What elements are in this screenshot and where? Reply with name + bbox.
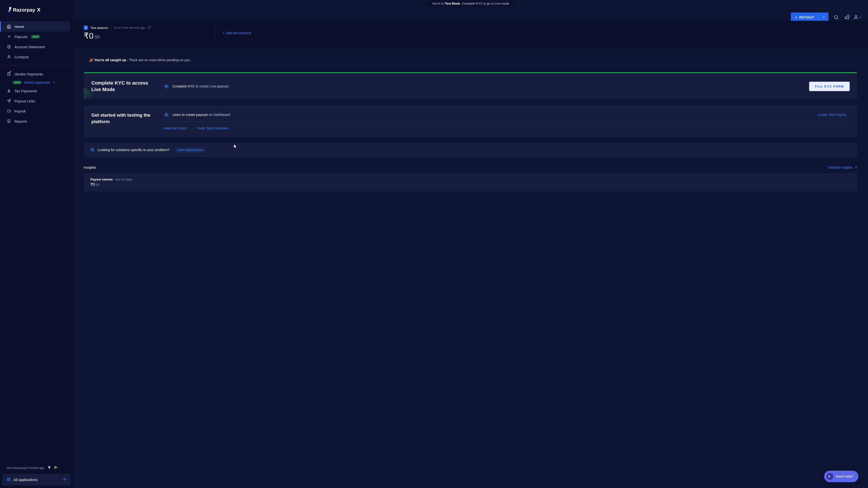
play-store-icon[interactable]	[54, 465, 58, 470]
payout-volume-card: Payout volume - last 30 days ₹0.00	[84, 173, 858, 192]
fill-kyc-button[interactable]: FILL KYC FORM	[809, 82, 850, 91]
banner-mode: Test Mode	[445, 2, 460, 5]
svg-rect-26	[91, 150, 92, 151]
x-badge-icon: X	[84, 26, 88, 30]
notice-bold: You're all caught up .	[94, 58, 128, 62]
volume-label: Payout volume	[90, 177, 113, 181]
svg-rect-27	[93, 150, 94, 151]
sidebar-item-label: Payouts	[14, 35, 28, 39]
refresh-button[interactable]	[148, 26, 151, 30]
notification-dot	[10, 71, 11, 72]
sidebar-item-payroll[interactable]: Payroll	[0, 106, 73, 116]
separator-dot: •	[111, 26, 112, 30]
svg-rect-25	[93, 148, 94, 150]
test-mode-banner: You're in Test Mode. Complete KYC to go …	[425, 1, 516, 6]
sidebar-item-label: Tax Payments	[14, 89, 37, 93]
arrow-right-icon	[62, 477, 66, 482]
sidebar-item-home[interactable]: Home	[0, 22, 70, 32]
svg-rect-19	[9, 480, 10, 481]
sidebar-item-tax-payments[interactable]: Tax Payments	[0, 86, 73, 96]
arrow-up-right-icon	[7, 34, 11, 39]
nav-divider	[0, 65, 73, 66]
start-row-bold: Learn to create payouts	[173, 113, 208, 117]
volume-amount: ₹0.00	[90, 182, 850, 187]
new-badge: NEW	[31, 35, 40, 38]
banner-prefix: You're in	[432, 2, 444, 5]
start-links: Read tech docs • Invite Team Members	[164, 126, 850, 130]
svg-rect-16	[7, 478, 8, 479]
report-icon	[7, 119, 11, 123]
grid-icon	[7, 478, 10, 482]
volume-period: - last 30 days	[113, 177, 132, 181]
start-row-rest: on Dashboard	[208, 113, 230, 117]
sidebar-item-label: Home	[14, 25, 24, 29]
receipt-icon	[7, 72, 11, 76]
view-applications-link[interactable]: View Applications	[175, 147, 206, 153]
insights-header: Insights Detailed insights	[73, 163, 868, 169]
balance-whole: 0	[89, 31, 94, 40]
kyc-description: Complete KYC to create Live payouts	[164, 84, 800, 89]
detailed-insights-link[interactable]: Detailed insights	[828, 166, 858, 169]
all-apps-label: All applications	[13, 478, 38, 482]
mobile-app-label: Get RazorpayX mobile app	[7, 466, 44, 470]
content: X Test balance • as of a few seconds ago…	[73, 6, 868, 488]
all-applications-button[interactable]: All applications	[2, 474, 71, 486]
sidebar-item-vendor-payments[interactable]: Vendor Payments	[0, 69, 73, 79]
sidebar-item-label: Payout Links	[14, 99, 35, 103]
svg-text:Razorpay: Razorpay	[13, 7, 35, 12]
solutions-text: Looking for solutions specific to your p…	[98, 148, 169, 152]
sidebar-item-payouts[interactable]: Payouts NEW	[0, 32, 73, 42]
read-tech-docs-link[interactable]: Read tech docs	[164, 126, 187, 130]
kyc-card: Complete KYC to access Live Mode Complet…	[84, 72, 858, 100]
balance-header: X Test balance • as of a few seconds ago	[84, 26, 151, 30]
sidebar-sub-label: Invoice approvals	[24, 80, 50, 84]
new-badge: NEW	[12, 81, 22, 84]
create-payout-label: Create Test Payout	[817, 113, 846, 117]
svg-text:X: X	[37, 7, 40, 13]
logo[interactable]: Razorpay X	[0, 0, 73, 22]
amount-cents: .00	[95, 183, 99, 187]
sidebar-item-contacts[interactable]: Contacts	[0, 52, 73, 62]
svg-rect-24	[91, 148, 92, 150]
grid-icon	[90, 148, 94, 152]
chevron-right-icon	[848, 113, 850, 116]
kyc-mid-bold: Complete KYC	[173, 84, 195, 88]
plus-icon: +	[222, 31, 224, 35]
sidebar-item-reports[interactable]: Reports	[0, 116, 73, 126]
solutions-card: Looking for solutions specific to your p…	[84, 143, 858, 157]
arrow-right-icon	[52, 81, 56, 84]
help-avatar-icon	[827, 473, 833, 480]
sidebar-item-account-statement[interactable]: Account Statement	[0, 42, 73, 52]
need-help-button[interactable]: Need Help?	[824, 470, 858, 482]
add-test-balance-link[interactable]: + Add test balance	[222, 31, 251, 35]
start-row: Learn to create payouts on Dashboard Cre…	[164, 112, 850, 122]
sidebar-item-label: Contacts	[14, 55, 29, 59]
create-test-payout-link[interactable]: Create Test Payout	[817, 113, 850, 117]
stamp-icon	[7, 89, 11, 93]
balance-amount: ₹0.00	[84, 31, 151, 40]
sidebar-nav: Home Payouts NEW Account Statement Conta…	[0, 22, 73, 462]
kyc-mid-rest: to create Live payouts	[195, 84, 229, 88]
arrow-right-icon	[854, 166, 858, 169]
user-icon	[7, 55, 11, 59]
sidebar-sub-invoice-approvals[interactable]: NEW Invoice approvals	[0, 79, 73, 86]
apple-icon[interactable]	[47, 465, 51, 470]
add-balance-label: Add test balance	[226, 31, 251, 35]
currency-symbol: ₹	[90, 183, 93, 187]
balance-bar: X Test balance • as of a few seconds ago…	[73, 21, 868, 48]
caught-up-notice: 🎉 You're all caught up . There are no mo…	[84, 54, 858, 66]
bullet-icon	[164, 112, 169, 117]
banner-suffix: . Complete KYC to go to Live mode	[460, 2, 509, 5]
send-icon	[7, 99, 11, 103]
svg-point-5	[8, 56, 9, 57]
start-title: Get started with testing the platform	[91, 112, 154, 130]
currency-symbol: ₹	[84, 31, 89, 40]
balance-label: Test balance	[90, 26, 108, 30]
sidebar-item-payout-links[interactable]: Payout Links	[0, 96, 73, 106]
sidebar-item-label: Account Statement	[14, 45, 45, 49]
balance-timestamp: as of a few seconds ago	[114, 26, 145, 29]
invite-team-link[interactable]: Invite Team Members	[197, 126, 229, 130]
main: You're in Test Mode. Complete KYC to go …	[73, 0, 868, 488]
separator-dot: •	[191, 126, 193, 130]
bullet-icon	[164, 84, 169, 89]
